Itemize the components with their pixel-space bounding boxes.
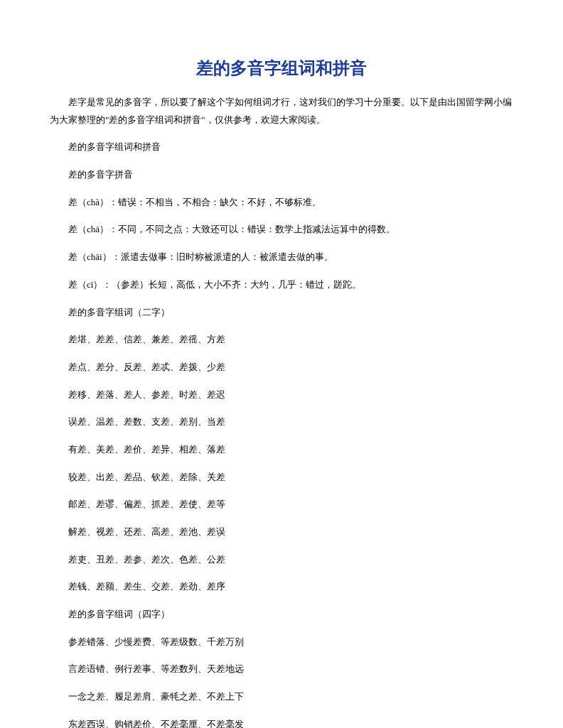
content-line: 差（chā）：不同，不同之点：大致还可以：错误：数学上指减法运算中的得数。 [50, 221, 513, 239]
content-line: 东差西误、购销差价、不差毫厘、不差毫发 [50, 716, 513, 728]
content-line: 解差、视差、还差、高差、差池、差误 [50, 523, 513, 541]
content-line: 差钱、差额、差生、交差、差劲、差序 [50, 578, 513, 596]
intro-paragraph: 差字是常见的多音字，所以要了解这个字如何组词才行，这对我们的学习十分重要。以下是… [50, 94, 513, 129]
content-line: 差移、差落、差人、参差、时差、差迟 [50, 386, 513, 404]
document-title: 差的多音字组词和拼音 [50, 57, 513, 80]
content-line: 差的多音字组词（四字） [50, 606, 513, 624]
content-line: 误差、温差、差数、支差、差别、当差 [50, 413, 513, 431]
content-lines: 差的多音字组词和拼音差的多音字拼音差（chà）：错误：不相当，不相合：缺欠：不好… [50, 138, 513, 728]
content-line: 差（chà）：错误：不相当，不相合：缺欠：不好，不够标准。 [50, 194, 513, 212]
content-line: 差的多音字组词和拼音 [50, 138, 513, 156]
content-line: 邮差、差谬、偏差、抓差、差使、差等 [50, 496, 513, 514]
content-line: 差（cī）：（参差）长短，高低，大小不齐：大约，几乎：错过，蹉跎。 [50, 276, 513, 294]
content-line: 差点、差分、反差、差忒、差拨、少差 [50, 359, 513, 376]
content-line: 较差、出差、差品、钦差、差除、关差 [50, 469, 513, 487]
content-line: 差堪、差差、信差、兼差、差徭、方差 [50, 331, 513, 349]
content-line: 参差错落、少慢差费、等差级数、千差万别 [50, 634, 513, 651]
content-line: 言差语错、例行差事、等差数列、天差地远 [50, 661, 513, 678]
content-line: 有差、美差、差价、差异、相差、落差 [50, 441, 513, 459]
content-line: 差吏、丑差、差参、差次、色差、公差 [50, 551, 513, 569]
content-line: 差（chāi）：派遣去做事：旧时称被派遣的人：被派遣去做的事。 [50, 249, 513, 266]
content-line: 差的多音字拼音 [50, 166, 513, 184]
content-line: 一念之差、履足差肩、豪牦之差、不差上下 [50, 688, 513, 706]
content-line: 差的多音字组词（二字） [50, 304, 513, 322]
